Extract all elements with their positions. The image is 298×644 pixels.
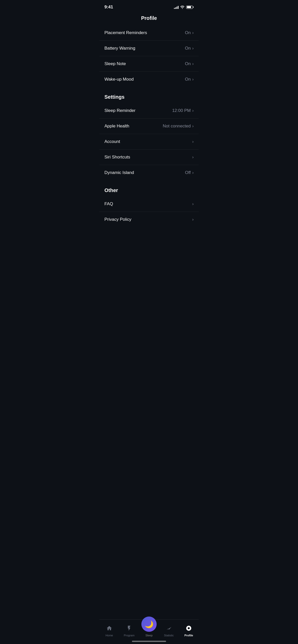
faq-chevron-icon: › — [192, 202, 194, 206]
status-bar: 9:41 — [99, 0, 199, 13]
siri-shortcuts-chevron-icon: › — [192, 155, 194, 159]
faq-value: › — [192, 202, 194, 206]
siri-shortcuts-label: Siri Shortcuts — [104, 155, 130, 160]
status-icons — [174, 5, 194, 9]
sleep-note-item[interactable]: Sleep Note On › — [99, 56, 199, 72]
settings-section: Settings Sleep Reminder 12:00 PM › Apple… — [99, 87, 199, 180]
privacy-policy-value: › — [192, 217, 194, 222]
battery-warning-label: Battery Warning — [104, 46, 135, 51]
apple-health-status: Not connected — [163, 124, 191, 129]
sleep-reminder-time: 12:00 PM — [172, 108, 191, 113]
battery-fill — [187, 6, 191, 8]
signal-bars-icon — [174, 5, 179, 9]
sleep-note-label: Sleep Note — [104, 61, 126, 66]
battery-body — [186, 6, 193, 9]
status-time: 9:41 — [104, 5, 113, 10]
apple-health-item[interactable]: Apple Health Not connected › — [99, 119, 199, 134]
siri-shortcuts-value: › — [192, 155, 194, 159]
sleep-reminder-item[interactable]: Sleep Reminder 12:00 PM › — [99, 103, 199, 119]
signal-bar-3 — [177, 7, 177, 9]
dynamic-island-chevron-icon: › — [192, 170, 194, 175]
placement-reminders-chevron-icon: › — [192, 31, 194, 35]
placement-reminders-item[interactable]: Placement Reminders On › — [99, 25, 199, 41]
battery-tip — [193, 6, 194, 8]
settings-header-text: Settings — [104, 94, 125, 100]
apple-health-value: Not connected › — [163, 124, 194, 129]
notification-section: Placement Reminders On › Battery Warning… — [99, 25, 199, 87]
content-scroll: Placement Reminders On › Battery Warning… — [99, 25, 199, 253]
other-header-text: Other — [104, 187, 118, 193]
other-section-header: Other — [99, 180, 199, 196]
apple-health-label: Apple Health — [104, 124, 129, 129]
page-title: Profile — [99, 13, 199, 25]
faq-item[interactable]: FAQ › — [99, 196, 199, 212]
signal-bar-2 — [175, 7, 176, 9]
dynamic-island-value: Off › — [185, 170, 194, 175]
settings-section-header: Settings — [99, 87, 199, 103]
privacy-policy-item[interactable]: Privacy Policy › — [99, 212, 199, 227]
wakeup-mood-chevron-icon: › — [192, 77, 194, 82]
sleep-reminder-chevron-icon: › — [192, 108, 194, 113]
other-section: Other FAQ › Privacy Policy › — [99, 180, 199, 227]
sleep-note-chevron-icon: › — [192, 62, 194, 66]
signal-bar-4 — [178, 6, 179, 9]
faq-label: FAQ — [104, 201, 113, 207]
wakeup-mood-status: On — [185, 77, 191, 82]
account-value: › — [192, 139, 194, 144]
dynamic-island-label: Dynamic Island — [104, 170, 134, 175]
sleep-note-status: On — [185, 61, 191, 66]
dynamic-island-status: Off — [185, 170, 191, 175]
wakeup-mood-label: Wake-up Mood — [104, 77, 134, 82]
battery-warning-status: On — [185, 46, 191, 51]
privacy-policy-chevron-icon: › — [192, 217, 194, 222]
privacy-policy-label: Privacy Policy — [104, 217, 131, 222]
dynamic-island-item[interactable]: Dynamic Island Off › — [99, 165, 199, 180]
account-item[interactable]: Account › — [99, 134, 199, 150]
battery-warning-value: On › — [185, 46, 194, 51]
account-chevron-icon: › — [192, 139, 194, 144]
signal-bar-1 — [174, 8, 175, 9]
placement-reminders-status: On — [185, 30, 191, 35]
placement-reminders-label: Placement Reminders — [104, 30, 147, 35]
sleep-note-value: On › — [185, 61, 194, 66]
apple-health-chevron-icon: › — [192, 124, 194, 128]
sleep-reminder-label: Sleep Reminder — [104, 108, 136, 113]
siri-shortcuts-item[interactable]: Siri Shortcuts › — [99, 150, 199, 165]
wakeup-mood-item[interactable]: Wake-up Mood On › — [99, 72, 199, 87]
battery-warning-chevron-icon: › — [192, 46, 194, 51]
placement-reminders-value: On › — [185, 30, 194, 35]
wakeup-mood-value: On › — [185, 77, 194, 82]
battery-icon — [186, 6, 194, 9]
battery-warning-item[interactable]: Battery Warning On › — [99, 41, 199, 56]
account-label: Account — [104, 139, 120, 144]
wifi-icon — [180, 5, 185, 9]
sleep-reminder-value: 12:00 PM › — [172, 108, 194, 113]
